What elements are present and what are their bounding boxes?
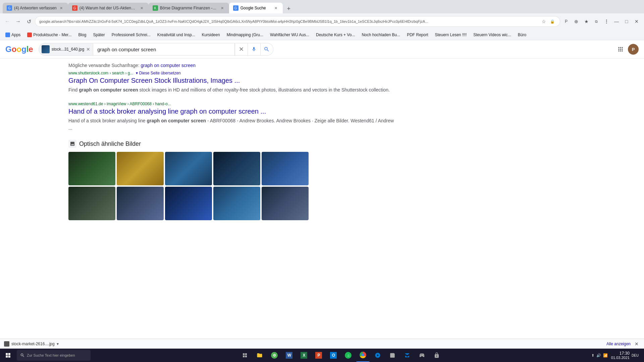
- taskbar-excel[interactable]: X: [297, 349, 311, 362]
- bookmark-steuern[interactable]: Steuern Lesen !!!!: [432, 32, 469, 38]
- result-1-title[interactable]: Graph On Computer Screen Stock Illustrat…: [68, 76, 396, 85]
- download-show-all[interactable]: Alle anzeigen: [606, 342, 631, 346]
- taskbar-right: ⬆ 🔊 📶 17:30 01.03.2021 DEU: [589, 350, 644, 361]
- minimize-button[interactable]: —: [612, 17, 621, 26]
- submit-search-button[interactable]: [260, 43, 273, 56]
- download-file-icon: [4, 341, 9, 347]
- result-1-snippet-bold: graph on computer screen: [79, 87, 138, 93]
- result-1-url-text: www.shutterstock.com › search › g...: [68, 71, 133, 75]
- result-2-snippet-before: Hand of a stock broker analysing line: [68, 118, 147, 123]
- taskbar-edge[interactable]: [371, 349, 384, 362]
- tray-icon-1[interactable]: ⬆: [591, 353, 594, 358]
- tab-4-close[interactable]: ✕: [273, 5, 279, 11]
- address-bar[interactable]: google.at/search?tbs=sbi:AMhZZitc1hGvFd-…: [35, 16, 560, 27]
- bookmark-kursideen-label: Kursideen: [202, 33, 220, 37]
- tab-2-close[interactable]: ✕: [139, 5, 145, 11]
- bookmark-apps-label: Apps: [11, 33, 20, 37]
- user-avatar-header[interactable]: P: [628, 44, 639, 55]
- bookmark-wahlfächer[interactable]: Wahlfächer WU Aus...: [267, 32, 312, 38]
- taskbar-outlook[interactable]: O: [327, 349, 340, 362]
- taskbar-music[interactable]: ♫: [341, 349, 355, 362]
- header-right: P: [616, 44, 639, 55]
- back-button[interactable]: ←: [3, 17, 12, 26]
- similar-image-8[interactable]: [165, 187, 212, 220]
- bookmark-mindmapping[interactable]: Mindmapping (Gru...: [224, 32, 266, 38]
- tab-1-close[interactable]: ✕: [59, 5, 64, 11]
- bookmark-später[interactable]: Später: [90, 32, 107, 38]
- bookmark-produktsuche[interactable]: Produktsuche - Mer...: [24, 32, 74, 38]
- related-query-link[interactable]: graph on computer screen: [141, 63, 196, 68]
- tray-icon-3[interactable]: 📶: [603, 353, 608, 358]
- bookmark-steuern-videos[interactable]: Steuern Videos wic...: [471, 32, 514, 38]
- bookmark-kreativität[interactable]: Kreativität und Insp...: [155, 32, 198, 38]
- similar-images-icon: [68, 140, 76, 148]
- tab-4[interactable]: G Google Suche ✕: [229, 3, 283, 13]
- similar-image-4[interactable]: [213, 152, 260, 185]
- google-logo[interactable]: Google: [5, 45, 33, 54]
- bookmark-blog[interactable]: Blog: [75, 32, 89, 38]
- taskbar-game[interactable]: [415, 349, 429, 362]
- bookmark-deutsche[interactable]: Deutsche Kurs + Vo...: [313, 32, 358, 38]
- download-item-arrow[interactable]: ▾: [57, 342, 59, 346]
- bookmark-büro[interactable]: Büro: [515, 32, 529, 38]
- similar-image-5[interactable]: [262, 152, 309, 185]
- download-item-1[interactable]: stock-market-2616....jpg ▾: [4, 341, 59, 347]
- task-view-button[interactable]: [238, 349, 252, 362]
- result-1-translate[interactable]: ▾ Diese Seite übersetzen: [136, 71, 180, 75]
- bookmark-kursideen[interactable]: Kursideen: [199, 32, 223, 38]
- taskbar-security[interactable]: [430, 349, 443, 362]
- start-button[interactable]: [1, 349, 15, 362]
- show-desktop-button[interactable]: [639, 350, 641, 361]
- taskbar-store[interactable]: [400, 349, 414, 362]
- similar-image-10[interactable]: [262, 187, 309, 220]
- forward-button[interactable]: →: [13, 17, 23, 26]
- image-search-chip[interactable]: stock...31_640.jpg ✕: [39, 43, 93, 56]
- clear-search-button[interactable]: ✕: [235, 43, 248, 56]
- result-2: www.westend61.de › imageView › ABRF00068…: [68, 102, 396, 132]
- bookmark-apps[interactable]: Apps: [3, 32, 23, 38]
- taskbar-camera[interactable]: [386, 349, 399, 362]
- browser-chrome: G (4) Antworten verfassen ✕ G (4) Warum …: [0, 0, 644, 40]
- similar-image-1[interactable]: [68, 152, 115, 185]
- search-input[interactable]: [93, 43, 235, 56]
- result-2-title[interactable]: Hand of a stock broker analysing line gr…: [68, 107, 396, 116]
- similar-image-7[interactable]: [117, 187, 164, 220]
- tab-3-close[interactable]: ✕: [220, 5, 225, 11]
- tray-icon-2[interactable]: 🔊: [596, 353, 601, 358]
- maximize-button[interactable]: □: [622, 17, 631, 26]
- new-tab-button[interactable]: +: [284, 4, 293, 13]
- profile-button[interactable]: P: [561, 17, 571, 26]
- taskbar-search-box[interactable]: Zur Suche Text hier eingeben: [17, 350, 91, 361]
- content-area: Google stock...31_640.jpg ✕ ✕: [0, 40, 644, 352]
- image-chip-remove[interactable]: ✕: [86, 47, 90, 52]
- download-bar-close[interactable]: ✕: [633, 341, 640, 347]
- taskbar-language[interactable]: DEU: [632, 354, 639, 357]
- bookmark-star-icon[interactable]: ☆: [540, 18, 547, 25]
- tab-3[interactable]: K Börse Diagramme Finanzen - Ko... ✕: [149, 3, 229, 13]
- taskbar-word[interactable]: W: [282, 349, 296, 362]
- tab-1[interactable]: G (4) Antworten verfassen ✕: [3, 3, 68, 13]
- voice-search-button[interactable]: [248, 43, 260, 56]
- menu-button[interactable]: ⋮: [602, 17, 611, 26]
- bookmark-professionell[interactable]: Professionell Schrei...: [109, 32, 153, 38]
- similar-image-2[interactable]: [117, 152, 164, 185]
- taskbar: Zur Suche Text hier eingeben ⚙ W X P O: [0, 349, 644, 362]
- file-explorer-button[interactable]: [253, 349, 266, 362]
- reload-button[interactable]: ↺: [24, 17, 34, 26]
- google-apps-button[interactable]: [616, 45, 625, 54]
- bookmark-noch[interactable]: Noch hochladen Bu...: [359, 32, 403, 38]
- taskbar-app-1[interactable]: ⚙: [268, 349, 281, 362]
- similar-image-6[interactable]: [68, 187, 115, 220]
- taskbar-clock[interactable]: 17:30 01.03.2021: [611, 351, 630, 360]
- tab-2[interactable]: G (4) Warum hat der US-Aktienm... ✕: [68, 3, 149, 13]
- taskbar-chrome[interactable]: [356, 349, 370, 362]
- favorites-button[interactable]: ★: [582, 17, 591, 26]
- similar-image-3[interactable]: [165, 152, 212, 185]
- close-button[interactable]: ✕: [632, 17, 641, 26]
- collections-button[interactable]: ⧉: [592, 17, 601, 26]
- bookmark-pdf[interactable]: PDF Report: [404, 32, 431, 38]
- taskbar-powerpoint[interactable]: P: [312, 349, 325, 362]
- extensions-button[interactable]: ⊕: [572, 17, 581, 26]
- similar-image-9[interactable]: [213, 187, 260, 220]
- extension-icon-1[interactable]: 🔒: [549, 18, 556, 25]
